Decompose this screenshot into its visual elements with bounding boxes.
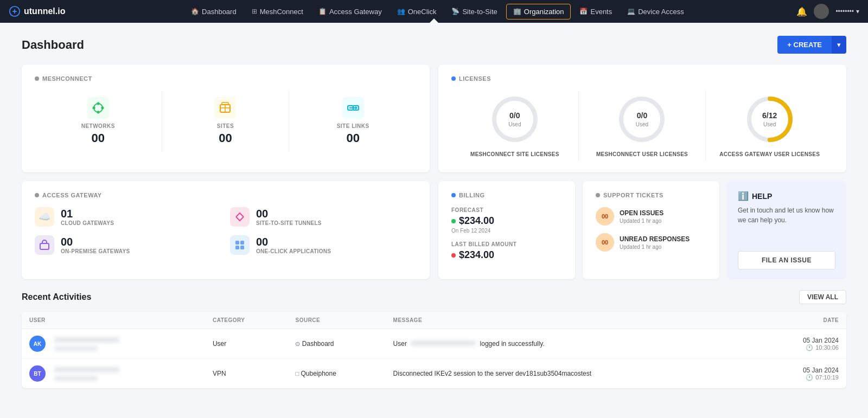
cloud-gateways-item: ☁️ 01 CLOUD GATEWAYS: [35, 207, 221, 227]
user-cell-inner: BT: [29, 365, 197, 382]
billing-card: BILLING FORECAST $234.00 On Feb 12 2024 …: [438, 181, 575, 279]
help-icon: ℹ️: [738, 191, 749, 201]
meshconnect-card: MESHCONNECT: [22, 65, 430, 172]
site-links-count: 00: [346, 131, 359, 145]
svg-rect-28: [240, 241, 244, 245]
networks-item: NETWORKS 00: [35, 91, 162, 152]
site-links-label: SITE LINKS: [337, 123, 369, 129]
svg-rect-29: [235, 246, 239, 249]
date-value: 05 Jan 2024: [765, 337, 839, 344]
nav-item-access-gateway[interactable]: 📋 Access Gateway: [312, 4, 388, 19]
gateway-licenses-item: 6/12 Used ACCESS GATEWAY USER LICENSES: [706, 91, 833, 162]
recent-activities-title: Recent Activities: [22, 292, 91, 302]
cloud-gateways-info: 01 CLOUD GATEWAYS: [61, 208, 114, 226]
oneclick-icon: 👥: [397, 8, 405, 15]
access-gateway-dot: [35, 193, 39, 197]
time-value: 🕐 07:10:19: [765, 374, 839, 381]
date-cell: 05 Jan 2024 🕐 07:10:19: [757, 359, 846, 389]
forecast-label: FORECAST: [451, 207, 562, 213]
topnav: utunnel.io 🏠 Dashboard ⊞ MeshConnect 📋 A…: [0, 0, 868, 23]
col-source: SOURCE: [288, 312, 385, 329]
site-licenses-item: 0/0 Used MESHCONNECT SITE LICENSES: [451, 91, 579, 162]
support-tickets-card: SUPPORT TICKETS 00 OPEN ISSUES Updated 1…: [583, 181, 719, 279]
licenses-items: 0/0 Used MESHCONNECT SITE LICENSES: [451, 91, 833, 162]
table-header-row: USER CATEGORY SOURCE MESSAGE DATE: [22, 312, 846, 329]
site-licenses-ratio: 0/0 Used: [508, 111, 521, 128]
sites-icon: [214, 97, 236, 119]
create-dropdown-arrow[interactable]: ▾: [832, 36, 846, 54]
gateway-licenses-chart: 6/12 Used: [745, 95, 794, 144]
open-issues-title: OPEN ISSUES: [620, 209, 706, 217]
file-issue-button[interactable]: FILE AN ISSUE: [738, 251, 835, 269]
time-value: 🕐 10:30:06: [765, 344, 839, 351]
avatar: [814, 4, 829, 19]
source-dashboard-icon: ⊙: [295, 340, 300, 347]
svg-rect-30: [240, 246, 244, 249]
licenses-section-title: LICENSES: [451, 75, 833, 82]
nav-item-oneclick[interactable]: 👥 OneClick: [391, 4, 443, 19]
topnav-right: 🔔 •••••••• ▾: [796, 4, 859, 19]
site-to-site-info: 00 SITE-TO-SITE TUNNELS: [256, 208, 322, 226]
meshconnect-dot: [35, 76, 39, 81]
user-menu[interactable]: •••••••• ▾: [835, 8, 859, 15]
help-card: ℹ️ HELP Get in touch and let us know how…: [727, 181, 846, 279]
create-button[interactable]: + CREATE: [777, 36, 832, 54]
networks-icon: [87, 97, 109, 119]
open-issues-avatar: 00: [596, 207, 614, 226]
source-cell: □ Qubeiphone: [288, 359, 385, 389]
user-name-blurred: [54, 367, 119, 372]
nav-item-dashboard[interactable]: 🏠 Dashboard: [184, 4, 243, 19]
gateway-licenses-label: ACCESS GATEWAY USER LICENSES: [719, 151, 820, 157]
user-cell: AK: [22, 329, 205, 359]
access-gateway-card: ACCESS GATEWAY ☁️ 01 CLOUD GATEWAYS: [22, 181, 430, 279]
unread-responses-item: 00 UNREAD RESPONSES Updated 1 hr ago: [596, 233, 706, 252]
last-billed-dot: [451, 253, 456, 258]
brand-logo[interactable]: utunnel.io: [9, 5, 65, 17]
billing-section-title: BILLING: [451, 192, 562, 198]
meshconnect-section-title: MESHCONNECT: [35, 75, 417, 82]
table-row: AK User ⊙ Dashboard User logged in succe…: [22, 329, 846, 359]
nav-item-site-to-site[interactable]: 📡 Site-to-Site: [445, 4, 503, 19]
meshconnect-items: NETWORKS 00 SITES 00: [35, 91, 417, 152]
open-issues-item: 00 OPEN ISSUES Updated 1 hr ago: [596, 207, 706, 226]
billing-dot: [451, 193, 456, 197]
message-cell: User logged in successfully.: [386, 329, 758, 359]
on-premise-icon: [35, 235, 54, 255]
cloud-gateways-icon: ☁️: [35, 207, 54, 227]
access-gateway-section-title: ACCESS GATEWAY: [35, 192, 417, 198]
notifications-icon[interactable]: 🔔: [796, 7, 807, 17]
support-dot: [596, 193, 600, 197]
activity-table: USER CATEGORY SOURCE MESSAGE DATE AK: [22, 312, 846, 388]
one-click-item: 00 ONE-CLICK APPLICATIONS: [230, 235, 417, 255]
nav-item-events[interactable]: 📅 Events: [573, 4, 618, 19]
one-click-info: 00 ONE-CLICK APPLICATIONS: [256, 236, 331, 254]
table-row: BT VPN □ Qubeiphone Disconnected IKEv2 s…: [22, 359, 846, 389]
recent-activities-section: Recent Activities VIEW ALL USER CATEGORY…: [22, 290, 846, 388]
nav-links: 🏠 Dashboard ⊞ MeshConnect 📋 Access Gatew…: [78, 4, 796, 20]
view-all-button[interactable]: VIEW ALL: [799, 290, 846, 304]
sites-count: 00: [219, 131, 232, 145]
category-cell: VPN: [205, 359, 288, 389]
support-section-title: SUPPORT TICKETS: [596, 192, 706, 198]
forecast-dot: [451, 219, 456, 223]
chevron-down-icon: ▾: [856, 8, 859, 15]
user-info: [54, 337, 119, 351]
nav-item-meshconnect[interactable]: ⊞ MeshConnect: [245, 4, 310, 19]
user-licenses-ratio: 0/0 Used: [636, 111, 648, 128]
user-avatar-bt: BT: [29, 365, 46, 382]
user-licenses-chart: 0/0 Used: [617, 95, 666, 144]
clock-icon: 🕐: [806, 344, 813, 351]
networks-label: NETWORKS: [81, 123, 115, 129]
svg-rect-26: [40, 243, 49, 249]
page-title: Dashboard: [22, 38, 84, 52]
site-to-site-icon: 📡: [451, 8, 459, 15]
nav-item-device-access[interactable]: 💻 Device Access: [621, 4, 691, 19]
user-name-blurred: [54, 337, 119, 343]
last-billed-amount: $234.00: [451, 249, 562, 261]
nav-item-organization[interactable]: 🏢 Organization: [506, 4, 571, 20]
networks-count: 00: [92, 131, 105, 145]
on-premise-info: 00 ON-PREMISE GATEWAYS: [61, 236, 130, 254]
unread-responses-info: UNREAD RESPONSES Updated 1 hr ago: [620, 235, 706, 250]
site-licenses-chart: 0/0 Used: [490, 95, 539, 144]
open-issues-info: OPEN ISSUES Updated 1 hr ago: [620, 209, 706, 224]
